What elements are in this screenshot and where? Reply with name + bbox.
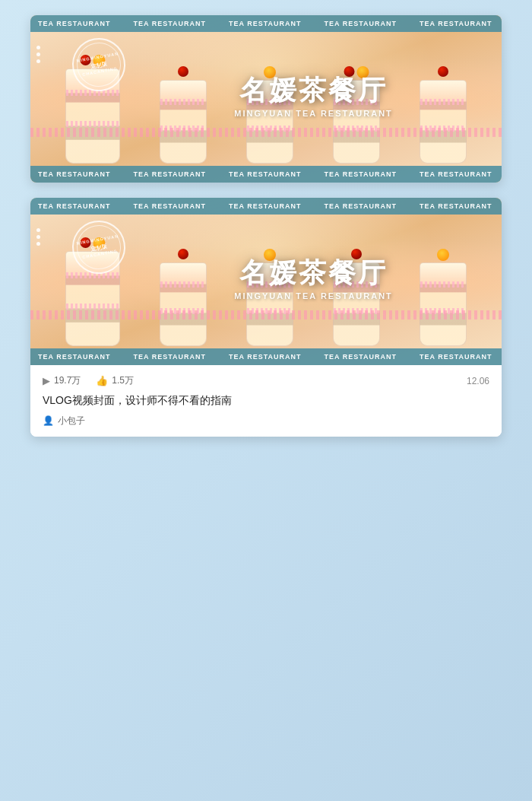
- title-overlay-video: 名媛茶餐厅 MINGYUAN TEA RESTAURANT: [234, 258, 393, 300]
- video-stats-row: ▶ 19.7万 👍 1.5万 12.06: [43, 374, 489, 387]
- ticker-bottom-2: TEA RESTAURANT: [134, 170, 207, 178]
- cup-fruit-4: [438, 66, 448, 77]
- page-container: TEA RESTAURANT TEA RESTAURANT TEA RESTAU…: [0, 0, 532, 801]
- ticker-item-4: TEA RESTAURANT: [325, 20, 397, 27]
- top-banner-image: TEA RESTAURANT TEA RESTAURANT TEA RESTAU…: [30, 15, 502, 183]
- tb2-4: TEA RESTAURANT: [325, 353, 397, 361]
- like-count: 1.5万: [112, 374, 134, 387]
- dessert-cup-1: [160, 80, 207, 164]
- chinese-title-top: 名媛茶餐厅: [234, 75, 393, 106]
- english-subtitle-video: MINGYUAN TEA RESTAURANT: [234, 291, 393, 300]
- ticker-item-5: TEA RESTAURANT: [420, 20, 492, 27]
- tb2-3: TEA RESTAURANT: [229, 353, 302, 361]
- ticker-content-top: TEA RESTAURANT TEA RESTAURANT TEA RESTAU…: [30, 20, 500, 27]
- tb2-1: TEA RESTAURANT: [38, 353, 111, 361]
- ticker-bottom-4: TEA RESTAURANT: [325, 170, 397, 178]
- ticker-bottom-3: TEA RESTAURANT: [229, 170, 302, 178]
- cup-v1: [160, 262, 207, 346]
- play-icon: ▶: [43, 375, 50, 386]
- ticker-content-top-2: TEA RESTAURANT TEA RESTAURANT TEA RESTAU…: [30, 202, 500, 210]
- cherry-4: [438, 66, 448, 77]
- t2-2: TEA RESTAURANT: [134, 202, 207, 210]
- vdot-1: [36, 228, 40, 232]
- ticker-content-bottom-2: TEA RESTAURANT TEA RESTAURANT TEA RESTAU…: [30, 353, 500, 361]
- cherry-v1: [178, 249, 188, 259]
- title-overlay-top: 名媛茶餐厅 MINGYUAN TEA RESTAURANT: [234, 75, 393, 118]
- fruit-v4: [437, 249, 449, 261]
- ticker-bar-bottom-2: TEA RESTAURANT TEA RESTAURANT TEA RESTAU…: [30, 348, 502, 365]
- video-card: TEA RESTAURANT TEA RESTAURANT TEA RESTAU…: [30, 198, 502, 437]
- video-thumbnail[interactable]: TEA RESTAURANT TEA RESTAURANT TEA RESTAU…: [30, 198, 502, 365]
- stamp-inner-video: MINGMINGYUAN 定制版 CHACANTING: [73, 221, 124, 272]
- cup-fruit-1: [178, 66, 188, 77]
- body-v1: [160, 262, 207, 346]
- lace-1a: [160, 99, 206, 105]
- cup-body-1: [160, 80, 207, 164]
- cup-body-4: [420, 80, 467, 164]
- video-author[interactable]: 👤 小包子: [43, 415, 489, 428]
- three-dots-menu[interactable]: [36, 46, 40, 63]
- chinese-title-video: 名媛茶餐厅: [234, 258, 393, 288]
- english-subtitle-top: MINGYUAN TEA RESTAURANT: [234, 109, 393, 118]
- video-title: VLOG视频封面，设计师不得不看的指南: [43, 393, 489, 408]
- fruit-v1: [178, 249, 188, 259]
- video-date: 12.06: [467, 376, 489, 386]
- ticker-content-bottom: TEA RESTAURANT TEA RESTAURANT TEA RESTAU…: [30, 170, 500, 178]
- ticker-bottom-1: TEA RESTAURANT: [38, 170, 111, 178]
- dot-1: [36, 46, 40, 49]
- ticker-bar-bottom: TEA RESTAURANT TEA RESTAURANT TEA RESTAU…: [30, 166, 502, 183]
- t2-4: TEA RESTAURANT: [325, 202, 397, 210]
- vdot-2: [36, 235, 40, 239]
- ticker-item-2: TEA RESTAURANT: [134, 20, 207, 27]
- lace-strip: [30, 128, 502, 137]
- stamp-inner: MINGMINGYUAN 定制版 CHACANTING: [73, 39, 124, 90]
- lace-f2b: [66, 304, 119, 310]
- t2-3: TEA RESTAURANT: [229, 202, 302, 210]
- ticker-bar-top: TEA RESTAURANT TEA RESTAURANT TEA RESTAU…: [30, 15, 502, 32]
- dot-3: [36, 59, 40, 63]
- cherry-1: [178, 66, 188, 77]
- ticker-bottom-5: TEA RESTAURANT: [420, 170, 492, 178]
- dot-2: [36, 52, 40, 56]
- view-count-item: ▶ 19.7万: [43, 374, 81, 387]
- view-count: 19.7万: [54, 374, 81, 387]
- t2-1: TEA RESTAURANT: [38, 202, 111, 210]
- three-dots-video[interactable]: [36, 228, 40, 246]
- top-banner-card: TEA RESTAURANT TEA RESTAURANT TEA RESTAU…: [30, 15, 502, 183]
- like-icon: 👍: [96, 375, 108, 386]
- tb2-2: TEA RESTAURANT: [134, 353, 207, 361]
- lace-strip-2: [30, 310, 502, 319]
- author-name: 小包子: [58, 415, 85, 428]
- tb2-5: TEA RESTAURANT: [420, 353, 492, 361]
- author-icon: 👤: [43, 415, 54, 426]
- ticker-bar-top-2: TEA RESTAURANT TEA RESTAURANT TEA RESTAU…: [30, 198, 502, 215]
- cup-v4: [420, 262, 467, 346]
- ticker-item-1: TEA RESTAURANT: [38, 20, 111, 27]
- t2-5: TEA RESTAURANT: [420, 202, 492, 210]
- orange-v4: [437, 249, 449, 261]
- ticker-item-3: TEA RESTAURANT: [229, 20, 302, 27]
- body-v4: [420, 262, 467, 346]
- video-info-section: ▶ 19.7万 👍 1.5万 12.06 VLOG视频封面，设计师不得不看的指南…: [30, 365, 502, 437]
- lace-4a: [420, 99, 466, 105]
- cup-lace-2: [66, 121, 119, 127]
- lace-v1a: [160, 281, 206, 288]
- lace-v4a: [420, 281, 466, 288]
- like-count-item: 👍 1.5万: [96, 374, 134, 387]
- vdot-3: [36, 242, 40, 246]
- dessert-cup-4: [420, 80, 467, 164]
